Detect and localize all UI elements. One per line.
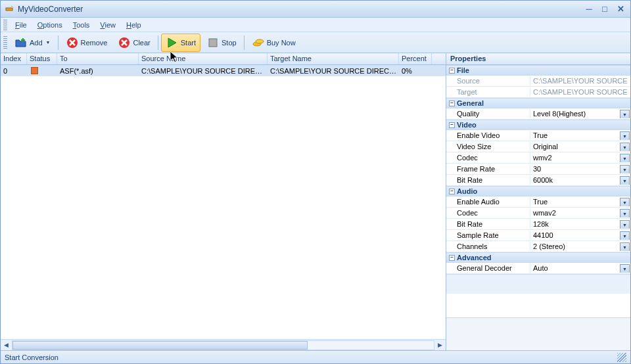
scroll-thumb[interactable] — [12, 341, 308, 350]
chevron-down-icon[interactable]: ▼ — [620, 220, 630, 229]
buy-now-button[interactable]: Buy Now — [247, 34, 300, 52]
stop-icon — [206, 36, 220, 49]
prop-video-size[interactable]: Video Size Original▼ — [446, 141, 630, 152]
menu-options[interactable]: Options — [32, 20, 68, 30]
section-advanced[interactable]: −Advanced — [446, 252, 630, 263]
prop-value[interactable]: 2 (Stereo)▼ — [530, 242, 630, 251]
chevron-down-icon[interactable]: ▼ — [620, 198, 630, 206]
toolbar: Add ▼ Remove Clear Start Stop Buy Now — [1, 32, 630, 53]
col-to[interactable]: To — [57, 53, 139, 64]
prop-audio-bitrate[interactable]: Bit Rate 128k▼ — [446, 219, 630, 230]
menu-view[interactable]: View — [95, 20, 121, 30]
chevron-down-icon[interactable]: ▼ — [620, 209, 630, 217]
prop-value[interactable]: wmav2▼ — [530, 208, 630, 217]
minimize-button[interactable]: ─ — [583, 4, 595, 14]
app-window: MyVideoConverter ─ □ ✕ File Options Tool… — [0, 0, 631, 364]
prop-label: Codec — [446, 153, 530, 162]
properties-body: −File Source C:\SAMPLE\YOUR SOURCE Targe… — [446, 65, 630, 317]
prop-frame-rate[interactable]: Frame Rate 30▼ — [446, 164, 630, 175]
remove-button[interactable]: Remove — [61, 34, 112, 52]
cell-source: C:\SAMPLE\YOUR SOURCE DIRECTOR... — [139, 66, 268, 76]
collapse-icon[interactable]: − — [449, 122, 455, 128]
prop-sample-rate[interactable]: Sample Rate 44100▼ — [446, 230, 630, 241]
separator — [158, 35, 158, 50]
col-status[interactable]: Status — [27, 53, 57, 64]
chevron-down-icon[interactable]: ▼ — [620, 165, 630, 173]
prop-label: Enable Audio — [446, 197, 530, 206]
cell-index: 0 — [1, 66, 27, 76]
col-source[interactable]: Source Name — [139, 53, 268, 64]
section-video[interactable]: −Video — [446, 120, 630, 130]
chevron-down-icon[interactable]: ▼ — [620, 264, 630, 273]
prop-value[interactable]: True▼ — [530, 131, 630, 140]
section-audio[interactable]: −Audio — [446, 186, 630, 196]
collapse-icon[interactable]: − — [449, 255, 455, 261]
prop-value[interactable]: Level 8(Highest)▼ — [530, 109, 630, 118]
svg-point-7 — [256, 39, 264, 43]
chevron-down-icon[interactable]: ▼ — [620, 110, 630, 118]
prop-value[interactable]: wmv2▼ — [530, 153, 630, 162]
table-body: 0 ASF(*.asf) C:\SAMPLE\YOUR SOURCE DIREC… — [1, 65, 446, 339]
prop-value[interactable]: Auto▼ — [530, 263, 630, 273]
stop-button[interactable]: Stop — [202, 34, 241, 52]
add-button[interactable]: Add ▼ — [10, 34, 55, 52]
scroll-left-icon[interactable]: ◀ — [1, 340, 12, 351]
cell-status — [27, 66, 57, 75]
table-row[interactable]: 0 ASF(*.asf) C:\SAMPLE\YOUR SOURCE DIREC… — [1, 65, 446, 76]
prop-enable-video[interactable]: Enable Video True▼ — [446, 130, 630, 141]
toolbar-grip — [3, 36, 7, 49]
file-list-panel: Index Status To Source Name Target Name … — [1, 53, 446, 350]
properties-panel: Properties −File Source C:\SAMPLE\YOUR S… — [446, 53, 630, 350]
prop-label: Bit Rate — [446, 175, 530, 185]
prop-value[interactable]: 6000k▼ — [530, 175, 630, 185]
start-label: Start — [181, 39, 196, 47]
scroll-right-icon[interactable]: ▶ — [434, 340, 446, 351]
prop-value[interactable]: 128k▼ — [530, 219, 630, 229]
chevron-down-icon[interactable]: ▼ — [620, 154, 630, 162]
scroll-track[interactable] — [12, 340, 434, 350]
collapse-icon[interactable]: − — [449, 189, 455, 194]
clear-button[interactable]: Clear — [113, 34, 154, 52]
prop-enable-audio[interactable]: Enable Audio True▼ — [446, 196, 630, 208]
chevron-down-icon[interactable]: ▼ — [620, 242, 630, 251]
prop-channels[interactable]: Channels 2 (Stereo)▼ — [446, 241, 630, 252]
prop-value[interactable]: Original▼ — [530, 142, 630, 151]
remove-label: Remove — [81, 39, 108, 47]
prop-value[interactable]: 44100▼ — [530, 231, 630, 240]
menu-tools[interactable]: Tools — [68, 20, 95, 30]
prop-label: Bit Rate — [446, 219, 530, 229]
col-percent[interactable]: Percent — [399, 53, 432, 64]
chevron-down-icon[interactable]: ▼ — [620, 143, 630, 151]
close-button[interactable]: ✕ — [615, 4, 626, 14]
prop-value[interactable]: 30▼ — [530, 164, 630, 173]
prop-video-codec[interactable]: Codec wmv2▼ — [446, 152, 630, 164]
section-file[interactable]: −File — [446, 65, 630, 76]
col-index[interactable]: Index — [1, 53, 27, 64]
horizontal-scrollbar[interactable]: ◀ ▶ — [1, 339, 446, 350]
prop-label: Quality — [446, 109, 530, 118]
prop-decoder[interactable]: General Decoder Auto▼ — [446, 263, 630, 274]
section-general[interactable]: −General — [446, 98, 630, 108]
collapse-icon[interactable]: − — [449, 68, 455, 74]
prop-video-bitrate[interactable]: Bit Rate 6000k▼ — [446, 175, 630, 186]
chevron-down-icon[interactable]: ▼ — [620, 131, 630, 140]
prop-target: Target C:\SAMPLE\YOUR SOURCE — [446, 87, 630, 98]
resize-grip-icon[interactable] — [617, 353, 626, 362]
play-icon — [166, 36, 179, 49]
start-button[interactable]: Start — [161, 34, 200, 52]
menubar: File Options Tools View Help — [1, 18, 630, 32]
collapse-icon[interactable]: − — [449, 101, 455, 106]
svg-rect-2 — [21, 39, 25, 41]
chevron-down-icon[interactable]: ▼ — [620, 231, 630, 240]
menu-help[interactable]: Help — [121, 20, 147, 30]
prop-audio-codec[interactable]: Codec wmav2▼ — [446, 208, 630, 219]
menu-file[interactable]: File — [10, 20, 32, 30]
prop-label: Target — [446, 87, 530, 97]
svg-rect-5 — [209, 39, 217, 47]
cell-to: ASF(*.asf) — [57, 66, 139, 76]
maximize-button[interactable]: □ — [599, 4, 611, 14]
prop-value[interactable]: True▼ — [530, 197, 630, 206]
prop-quality[interactable]: Quality Level 8(Highest)▼ — [446, 108, 630, 120]
col-target[interactable]: Target Name — [268, 53, 399, 64]
chevron-down-icon[interactable]: ▼ — [620, 176, 630, 185]
